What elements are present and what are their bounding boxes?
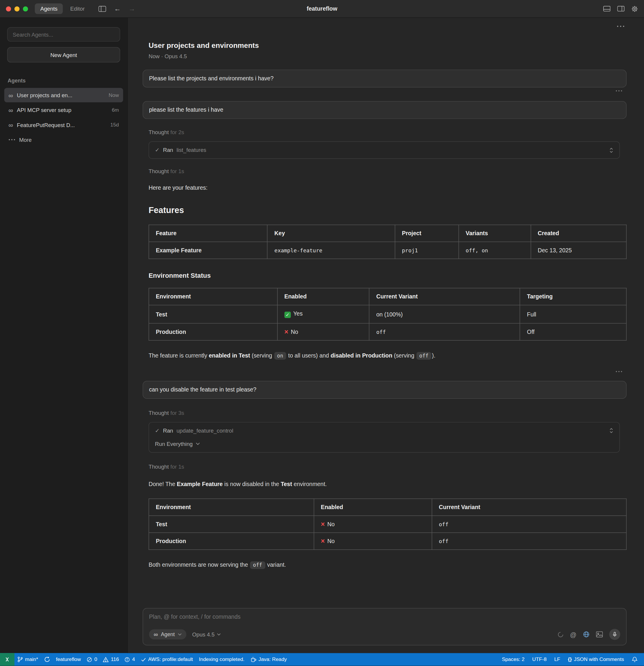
sync-icon	[44, 656, 50, 663]
globe-icon[interactable]	[583, 631, 590, 638]
mic-icon[interactable]	[609, 629, 620, 640]
sync-item[interactable]	[41, 653, 53, 666]
chat-more-icon[interactable]	[617, 25, 625, 27]
code-chip: on	[274, 352, 286, 360]
env-status-heading: Environment Status	[148, 272, 627, 280]
spaces-item[interactable]: Spaces: 2	[498, 653, 529, 666]
tab-editor[interactable]: Editor	[65, 3, 90, 14]
col-current-variant: Current Variant	[432, 499, 627, 515]
sidebar-toggle-icon[interactable]	[99, 6, 106, 12]
cell-enabled: ×No	[314, 515, 432, 532]
app-window: Agents Editor ← → featureflow New Agent …	[0, 0, 644, 666]
table-header-row: Environment Enabled Current Variant	[149, 499, 627, 515]
table-row: Production ×No off Off	[149, 323, 627, 340]
titlebar-actions	[603, 5, 638, 12]
minimize-window-button[interactable]	[15, 6, 19, 11]
mention-icon[interactable]: @	[570, 631, 577, 638]
table-row: Test ✓Yes on (100%) Full	[149, 305, 627, 323]
window-title: featureflow	[307, 6, 337, 12]
sidebar: New Agent Agents ∞ User projects and en.…	[0, 18, 127, 653]
forward-icon[interactable]: →	[128, 5, 135, 13]
col-project: Project	[395, 225, 459, 242]
agent-item-time: Now	[109, 92, 119, 98]
code-chip: off	[250, 561, 265, 569]
agent-item-time: 6m	[112, 107, 119, 113]
more-horizontal-icon	[8, 139, 15, 141]
spinner-icon	[557, 631, 564, 638]
user-message-3: can you disable the feature in test plea…	[143, 381, 627, 399]
sidebar-item-featureputrequest[interactable]: ∞ FeaturePutRequest D... 15d	[4, 118, 123, 132]
composer-input[interactable]	[149, 614, 620, 629]
settings-gear-icon[interactable]	[631, 5, 638, 12]
sidebar-item-user-projects[interactable]: ∞ User projects and en... Now	[4, 88, 123, 102]
message-more-icon[interactable]	[143, 90, 627, 94]
tool-status: Ran	[163, 147, 173, 153]
col-current-variant: Current Variant	[369, 288, 520, 305]
encoding-item[interactable]: UTF-8	[529, 653, 551, 666]
status-bar: main* featureflow 0 116 4 AWS: profile:d…	[0, 653, 644, 666]
result-table: Environment Enabled Current Variant Test…	[148, 498, 627, 550]
search-input[interactable]	[7, 27, 120, 42]
indexing-status-item[interactable]: Indexing completed.	[196, 653, 247, 666]
tool-call-update-feature-control[interactable]: ✓ Ran update_feature_control Run Everyth…	[148, 422, 620, 452]
tool-name: list_features	[176, 147, 206, 153]
environment-table: Environment Enabled Current Variant Targ…	[148, 288, 627, 340]
run-everything-dropdown[interactable]: Run Everything	[155, 441, 613, 448]
close-window-button[interactable]	[6, 6, 11, 11]
table-row: Production ×No off	[149, 533, 627, 549]
cell-feature: Example Feature	[149, 242, 267, 259]
agent-mode-selector[interactable]: ∞ Agent	[149, 629, 186, 639]
cell-targeting: Full	[520, 305, 626, 323]
table-row: Test ×No off	[149, 515, 627, 532]
agent-icon: ∞	[154, 631, 158, 638]
image-icon[interactable]	[596, 631, 603, 637]
message-more-icon[interactable]	[143, 370, 627, 375]
model-selector[interactable]: Opus 4.5	[192, 631, 221, 638]
java-status-item[interactable]: Java: Ready	[248, 653, 290, 666]
code-chip: off	[416, 352, 431, 360]
conversation-title: User projects and environments	[148, 42, 627, 50]
sidebar-item-more[interactable]: More	[4, 133, 123, 147]
agent-item-label: User projects and en...	[17, 92, 72, 99]
back-icon[interactable]: ←	[114, 5, 121, 13]
new-agent-button[interactable]: New Agent	[7, 47, 120, 63]
cross-icon: ×	[321, 538, 325, 545]
remote-indicator[interactable]	[0, 653, 15, 666]
cell-project: proj1	[395, 242, 459, 259]
tool-check-icon: ✓	[155, 427, 160, 434]
notifications-item[interactable]	[628, 653, 641, 666]
panel-bottom-icon[interactable]	[603, 6, 610, 12]
problems-item[interactable]: 0 116 4	[84, 653, 138, 666]
features-table: Feature Key Project Variants Created Exa…	[148, 225, 627, 259]
cell-environment: Test	[149, 515, 314, 532]
sidebar-item-api-mcp[interactable]: ∞ API MCP server setup 6m	[4, 103, 123, 117]
agent-item-time: 15d	[110, 122, 119, 128]
tool-call-list-features[interactable]: ✓ Ran list_features	[148, 142, 620, 159]
cell-variant: on (100%)	[369, 305, 520, 323]
table-header-row: Feature Key Project Variants Created	[149, 225, 627, 242]
eol-item[interactable]: LF	[550, 653, 564, 666]
col-created: Created	[531, 225, 627, 242]
thought-row-4: Thought for 1s	[148, 463, 627, 470]
aws-profile-item[interactable]: AWS: profile:default	[138, 653, 196, 666]
table-row: Example Feature example-feature proj1 of…	[149, 242, 627, 259]
cell-enabled: ×No	[314, 533, 432, 549]
traffic-lights	[6, 6, 28, 11]
tab-agents[interactable]: Agents	[35, 3, 63, 14]
project-name-item[interactable]: featureflow	[53, 653, 84, 666]
cell-targeting: Off	[520, 323, 626, 340]
git-branch-item[interactable]: main*	[15, 653, 41, 666]
language-mode-item[interactable]: {} JSON with Comments	[564, 653, 628, 666]
expand-icon[interactable]	[609, 147, 613, 153]
expand-icon[interactable]	[609, 428, 613, 434]
panel-right-icon[interactable]	[617, 6, 624, 12]
col-environment: Environment	[149, 499, 314, 515]
titlebar: Agents Editor ← → featureflow	[0, 0, 644, 18]
check-icon	[141, 657, 146, 662]
chevron-down-icon	[196, 443, 200, 445]
col-variants: Variants	[459, 225, 531, 242]
warning-icon	[103, 656, 109, 662]
zoom-window-button[interactable]	[23, 6, 28, 11]
thought-row-3: Thought for 3s	[148, 410, 627, 416]
cell-enabled: ×No	[278, 323, 369, 340]
